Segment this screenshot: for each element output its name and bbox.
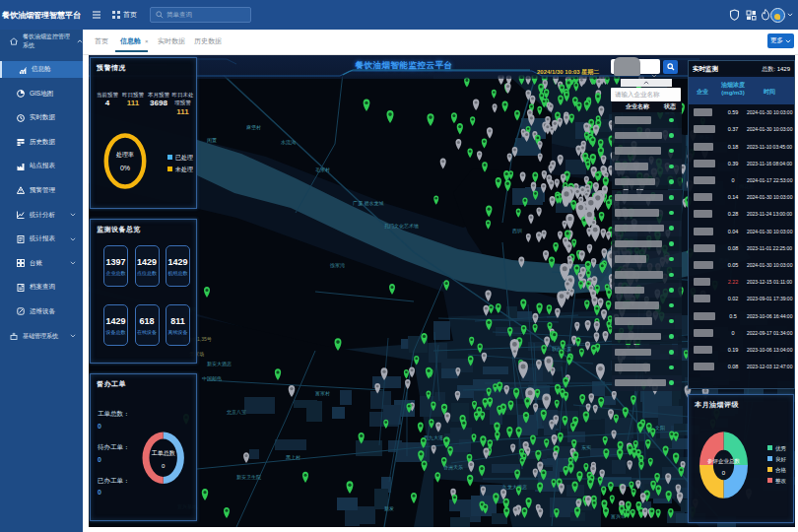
svg-text:东实: 东实: [581, 444, 591, 450]
svg-text:西圳: 西圳: [512, 228, 522, 234]
svg-text:广厦 碧水龙城: 广厦 碧水龙城: [353, 200, 383, 207]
svg-text:北京八宝: 北京八宝: [227, 409, 246, 416]
svg-text:整改: 整改: [775, 478, 787, 484]
svg-text:孔门文化艺术墙: 孔门文化艺术墙: [384, 223, 419, 230]
svg-text:良好: 良好: [775, 456, 787, 463]
svg-text:黑上村: 黑上村: [286, 454, 300, 461]
svg-text:毛家村: 毛家村: [315, 166, 330, 173]
svg-text:新发: 新发: [384, 505, 394, 511]
svg-text:文阳: 文阳: [655, 425, 665, 432]
svg-text:参评企业总数: 参评企业总数: [707, 458, 741, 464]
svg-text:未处理: 未处理: [174, 166, 193, 173]
svg-text:优秀: 优秀: [775, 445, 787, 452]
svg-text:富家村: 富家村: [315, 390, 330, 397]
svg-text:西九大道: 西九大道: [424, 434, 443, 441]
svg-text:久龙大酒店: 久龙大酒店: [502, 484, 527, 491]
svg-text:麻堡村: 麻堡村: [246, 124, 261, 131]
svg-text:香洲天乐: 香洲天乐: [443, 464, 463, 471]
svg-text:闲置: 闲置: [207, 137, 217, 144]
svg-text:0: 0: [162, 463, 166, 469]
svg-text:处理率: 处理率: [115, 151, 134, 159]
svg-text:0: 0: [722, 470, 726, 476]
svg-text:徐家湾: 徐家湾: [329, 262, 345, 269]
svg-text:新安卫生院: 新安卫生院: [236, 474, 261, 481]
svg-text:已处理: 已处理: [175, 154, 193, 162]
svg-text:水流沟: 水流沟: [281, 139, 296, 146]
svg-text:工单总数: 工单总数: [152, 449, 175, 456]
svg-text:0%: 0%: [120, 165, 130, 171]
svg-text:中国邮电: 中国邮电: [202, 375, 222, 382]
svg-text:合格: 合格: [775, 467, 787, 474]
svg-text:新安大酒店: 新安大酒店: [207, 361, 232, 367]
